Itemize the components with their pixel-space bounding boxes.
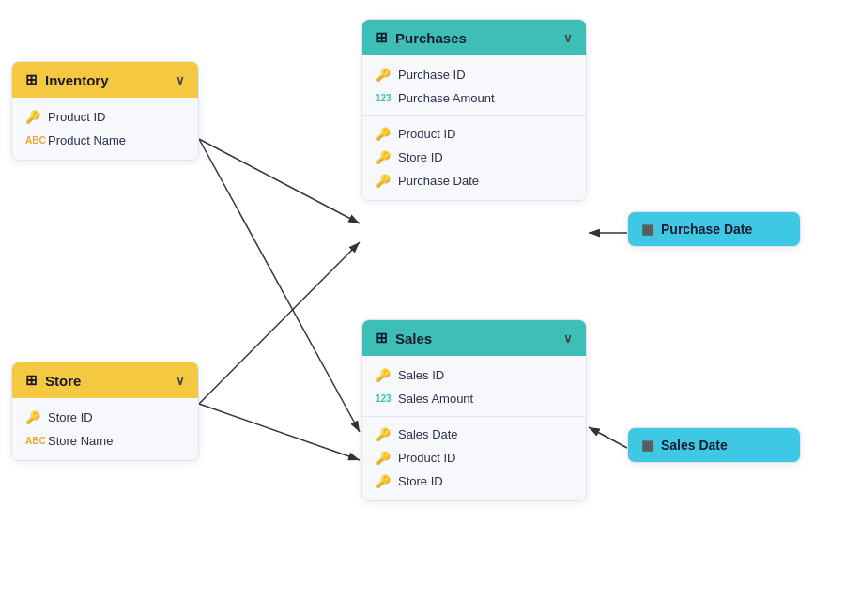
list-item: 123 Sales Amount [362,387,586,410]
field-label: Product Name [48,133,126,147]
svg-line-1 [199,139,360,223]
divider [362,116,586,116]
field-label: Product ID [398,451,455,465]
svg-line-3 [199,242,360,404]
field-label: Store ID [48,410,93,424]
key-icon: 🔑 [376,427,391,441]
key-icon: 🔑 [25,110,40,124]
field-label: Store ID [398,150,443,164]
inventory-body: 🔑 Product ID ABC Product Name [12,98,198,160]
number-icon: 123 [376,393,391,404]
abc-icon: ABC [25,436,40,446]
calendar-icon: ▦ [641,222,653,237]
sales-card[interactable]: ⊞ Sales ∨ 🔑 Sales ID 123 Sales Amount 🔑 … [361,319,587,501]
diagram-canvas: ⊞ Inventory ∨ 🔑 Product ID ABC Product N… [0,0,845,616]
divider [362,416,586,417]
field-label: Purchase ID [398,68,466,82]
list-item: 🔑 Store ID [362,146,586,169]
key-icon: 🔑 [25,410,40,424]
inventory-card[interactable]: ⊞ Inventory ∨ 🔑 Product ID ABC Product N… [11,61,199,161]
purchases-body: 🔑 Purchase ID 123 Purchase Amount 🔑 Prod… [362,55,586,200]
key-icon: 🔑 [376,150,391,164]
list-item: 🔑 Sales ID [362,363,586,387]
list-item: 123 Purchase Amount [362,86,586,110]
list-item: 🔑 Purchase ID [362,63,586,86]
chevron-down-icon[interactable]: ∨ [563,331,573,346]
sales-body: 🔑 Sales ID 123 Sales Amount 🔑 Sales Date… [362,356,586,500]
field-label: Sales ID [398,368,444,382]
list-item: ABC Store Name [12,429,198,453]
field-label: Purchase Amount [398,91,495,105]
sales-title: Sales [395,331,432,346]
chevron-down-icon[interactable]: ∨ [176,73,185,87]
field-label: Store Name [48,434,113,448]
chevron-down-icon[interactable]: ∨ [563,31,573,45]
chevron-down-icon[interactable]: ∨ [176,374,185,388]
inventory-header: ⊞ Inventory ∨ [12,62,198,98]
svg-line-6 [589,427,627,448]
purchases-card[interactable]: ⊞ Purchases ∨ 🔑 Purchase ID 123 Purchase… [361,19,587,201]
table-icon: ⊞ [25,372,38,389]
calendar-icon: ▦ [641,438,653,453]
list-item: 🔑 Product ID [362,122,586,146]
field-label: Sales Amount [398,392,473,406]
key-icon: 🔑 [376,474,391,488]
sales-date-header: ▦ Sales Date [628,428,800,462]
table-icon: ⊞ [376,330,388,346]
store-body: 🔑 Store ID ABC Store Name [12,398,198,460]
field-label: Product ID [48,110,105,124]
svg-line-4 [199,404,360,460]
purchase-date-header: ▦ Purchase Date [628,212,800,246]
key-icon: 🔑 [376,368,391,382]
key-icon: 🔑 [376,174,391,188]
key-icon: 🔑 [376,451,391,465]
store-header: ⊞ Store ∨ [12,362,198,398]
purchase-date-title: Purchase Date [661,222,752,237]
list-item: 🔑 Store ID [12,406,198,429]
sales-date-card[interactable]: ▦ Sales Date [627,427,801,463]
sales-header: ⊞ Sales ∨ [362,320,586,356]
sales-date-title: Sales Date [661,438,728,453]
store-title: Store [45,373,81,389]
list-item: 🔑 Sales Date [362,423,586,446]
abc-icon: ABC [25,135,40,146]
key-icon: 🔑 [376,68,391,82]
field-label: Sales Date [398,427,458,441]
list-item: 🔑 Purchase Date [362,169,586,192]
field-label: Product ID [398,127,455,141]
field-label: Store ID [398,474,443,488]
svg-line-2 [199,139,360,432]
purchase-date-card[interactable]: ▦ Purchase Date [627,211,801,247]
key-icon: 🔑 [376,127,391,141]
list-item: 🔑 Product ID [362,446,586,470]
list-item: 🔑 Product ID [12,105,198,129]
number-icon: 123 [376,93,391,103]
table-icon: ⊞ [25,71,38,88]
field-label: Purchase Date [398,174,479,188]
list-item: ABC Product Name [12,129,198,152]
inventory-title: Inventory [45,72,109,88]
table-icon: ⊞ [376,29,388,46]
purchases-title: Purchases [395,30,467,46]
list-item: 🔑 Store ID [362,470,586,493]
purchases-header: ⊞ Purchases ∨ [362,20,586,55]
store-card[interactable]: ⊞ Store ∨ 🔑 Store ID ABC Store Name [11,362,199,461]
